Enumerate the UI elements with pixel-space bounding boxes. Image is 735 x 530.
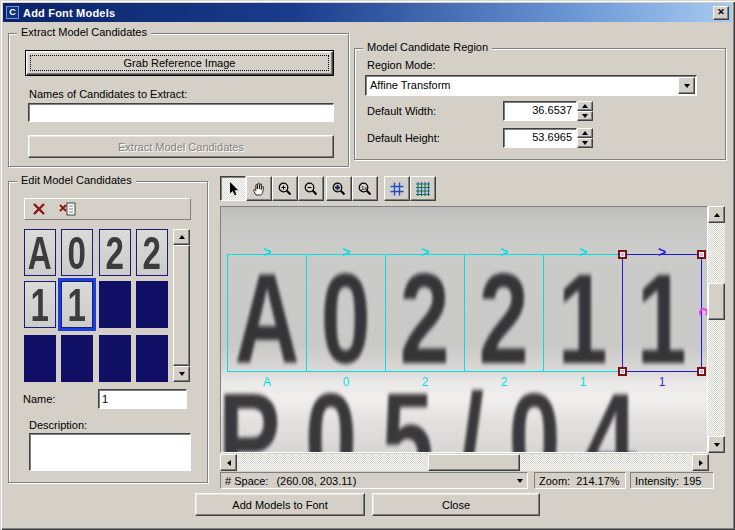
candidate-toolbar <box>24 198 191 220</box>
scrollbar-thumb[interactable] <box>708 283 725 320</box>
extract-group-title: Extract Model Candidates <box>17 26 151 38</box>
region-mode-combobox[interactable]: Affine Transform <box>365 75 697 96</box>
description-label: Description: <box>29 419 87 431</box>
canvas-horizontal-scrollbar[interactable] <box>220 454 709 471</box>
scroll-left-button[interactable] <box>220 454 237 471</box>
scrollbar-thumb[interactable] <box>428 454 520 471</box>
zoom-label: Zoom: <box>539 475 570 487</box>
candidate-tile[interactable]: 0 <box>61 229 93 276</box>
scroll-up-icon <box>179 235 185 239</box>
default-height-value: 53.6965 <box>532 131 572 143</box>
candidate-tile[interactable]: 1 <box>24 281 56 328</box>
region-mode-value: Affine Transform <box>370 79 451 91</box>
candidate-glyph: 2 <box>106 229 124 276</box>
empty-tile <box>99 281 131 328</box>
candidate-tile-selected[interactable]: 1 <box>61 281 93 328</box>
scroll-down-button[interactable] <box>708 436 725 453</box>
candidate-tile[interactable]: 2 <box>99 229 131 276</box>
grid-coarse-toggle-button[interactable] <box>384 176 410 201</box>
pointer-tool-button[interactable] <box>220 176 246 201</box>
candidate-tile[interactable]: 2 <box>136 229 168 276</box>
zoom-out-button[interactable] <box>298 176 324 201</box>
default-height-field[interactable]: 53.6965 <box>503 128 577 148</box>
candidate-tile[interactable]: A <box>24 229 56 276</box>
candidate-description-input[interactable] <box>29 433 191 471</box>
height-spin-down-button[interactable] <box>577 138 593 148</box>
pointer-icon <box>225 181 241 197</box>
model-region-box[interactable]: >A <box>227 254 307 372</box>
resize-handle-nw[interactable] <box>618 250 627 259</box>
zoom-fit-icon <box>331 181 347 197</box>
candidate-grid-scrollbar[interactable] <box>173 229 190 382</box>
name-label: Name: <box>23 393 55 405</box>
close-window-button[interactable]: ✕ <box>713 6 729 20</box>
scroll-up-button[interactable] <box>173 229 190 245</box>
titlebar[interactable]: C Add Font Models ✕ <box>3 3 732 22</box>
extract-model-candidates-label: Extract Model Candidates <box>118 141 244 153</box>
edit-model-candidates-group: Edit Model Candidates A 0 2 2 1 1 <box>8 181 208 483</box>
scroll-down-button[interactable] <box>173 366 190 382</box>
zoom-1x-button[interactable]: 1x <box>352 176 378 201</box>
model-region-box-selected[interactable]: > 1 <box>622 254 702 372</box>
empty-tile <box>61 335 93 382</box>
candidate-name-input[interactable] <box>98 389 187 409</box>
grid-coarse-icon <box>389 181 405 197</box>
scroll-left-icon <box>227 460 231 466</box>
chevron-down-icon <box>684 84 690 88</box>
candidate-glyph: A <box>28 229 52 276</box>
grab-reference-image-button[interactable]: Grab Reference Image <box>25 50 334 76</box>
space-status-dropdown[interactable]: # Space: (260.08, 203.11) <box>220 472 528 489</box>
scroll-up-button[interactable] <box>708 206 725 223</box>
height-spin-up-button[interactable] <box>577 128 593 138</box>
chevron-down-icon <box>517 479 523 483</box>
scroll-down-icon <box>714 443 720 447</box>
extract-model-candidates-button: Extract Model Candidates <box>28 135 334 158</box>
zoom-out-icon <box>303 181 319 197</box>
extract-model-candidates-group: Extract Model Candidates Grab Reference … <box>8 33 349 167</box>
image-canvas[interactable]: >A >0 >2 >2 >1 > 1 A 0 2 2 1 1 P05/04 <box>220 206 708 453</box>
empty-tile <box>136 335 168 382</box>
region-mode-label: Region Mode: <box>367 59 436 71</box>
rotation-handle[interactable] <box>699 308 708 317</box>
model-region-box[interactable]: >2 <box>385 254 465 372</box>
region-mode-dropdown-button[interactable] <box>678 77 695 94</box>
svg-text:1x: 1x <box>361 185 367 191</box>
default-width-field[interactable]: 36.6537 <box>503 101 577 121</box>
zoom-in-icon <box>277 181 293 197</box>
zoom-1x-icon: 1x <box>357 181 373 197</box>
scroll-down-icon <box>179 372 185 376</box>
spin-up-icon <box>582 104 588 108</box>
scrollbar-thumb[interactable] <box>173 245 190 366</box>
resize-handle-ne[interactable] <box>697 250 706 259</box>
canvas-vertical-scrollbar[interactable] <box>708 206 725 453</box>
default-width-label: Default Width: <box>367 105 436 117</box>
empty-tile <box>24 335 56 382</box>
candidate-glyph: 1 <box>68 281 86 328</box>
model-region-box[interactable]: >2 <box>464 254 544 372</box>
hand-icon <box>251 181 267 197</box>
default-width-value: 36.6537 <box>532 104 572 116</box>
width-spin-down-button[interactable] <box>577 111 593 121</box>
grid-fine-icon <box>415 181 431 197</box>
grid-fine-toggle-button[interactable] <box>410 176 436 201</box>
delete-all-candidates-button[interactable] <box>57 200 79 218</box>
width-spin-up-button[interactable] <box>577 101 593 111</box>
default-height-spinner <box>577 128 593 148</box>
names-of-candidates-label: Names of Candidates to Extract: <box>29 88 187 100</box>
pan-tool-button[interactable] <box>246 176 272 201</box>
zoom-in-button[interactable] <box>272 176 298 201</box>
intensity-value: 195 <box>683 475 701 487</box>
candidate-names-input[interactable] <box>28 103 334 122</box>
scroll-right-button[interactable] <box>692 454 709 471</box>
zoom-status: Zoom: 214.17% <box>534 472 626 489</box>
zoom-fit-button[interactable] <box>326 176 352 201</box>
space-label: # Space: <box>225 475 268 487</box>
delete-candidate-button[interactable] <box>29 200 49 218</box>
add-models-to-font-button[interactable]: Add Models to Font <box>195 493 365 516</box>
close-button[interactable]: Close <box>372 493 540 516</box>
close-label: Close <box>442 499 470 511</box>
model-region-box[interactable]: >0 <box>306 254 386 372</box>
edit-group-title: Edit Model Candidates <box>17 174 136 186</box>
model-region-box[interactable]: >1 <box>543 254 623 372</box>
spin-up-icon <box>582 131 588 135</box>
